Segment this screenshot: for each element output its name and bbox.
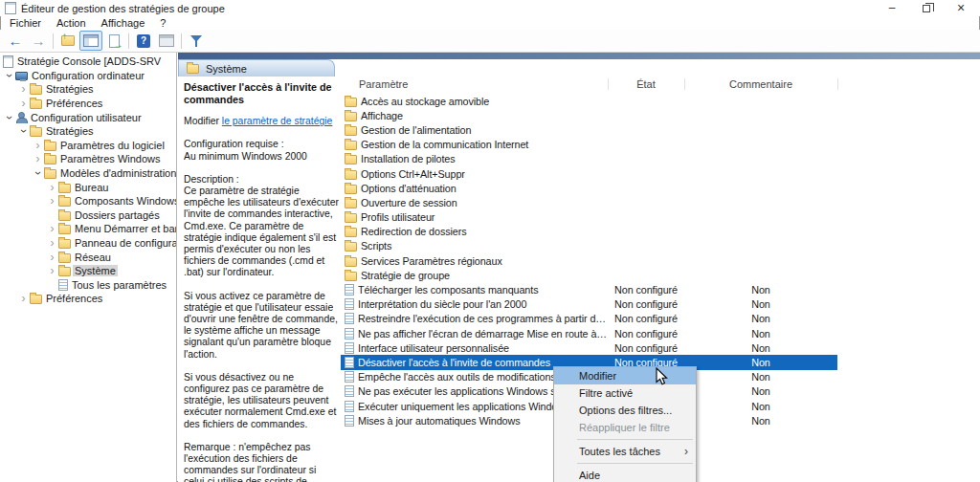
console-window-button[interactable] [155, 31, 178, 51]
tree-item-preferences[interactable]: ›Préférences [0, 97, 176, 111]
setting-state-cell: Non configuré [608, 298, 684, 310]
setting-comment-cell: Non [684, 401, 837, 412]
tree-item-systeme[interactable]: ›Système [0, 264, 176, 278]
list-row-strategie-de-groupe[interactable]: Stratégie de groupe [341, 268, 837, 282]
tree-item-configuration-ordinateur[interactable]: ›Configuration ordinateur [0, 69, 176, 83]
list-row-acces-au-stockage-amovible[interactable]: Accès au stockage amovible [341, 94, 837, 108]
tab-label: Système [206, 63, 247, 75]
minimize-button[interactable]: – [875, 0, 909, 16]
tree-item-menu-demarrer-et-barre[interactable]: ›Menu Démarrer et barre [0, 222, 176, 236]
chevron-collapsed-icon[interactable]: › [32, 153, 44, 164]
tree-item-reseau[interactable]: ›Réseau [0, 250, 176, 264]
chevron-expanded-icon[interactable]: › [18, 125, 30, 138]
list-row-restreindre-l-execution-de-ces-programmes-a-partir-de-l-aide[interactable]: Restreindre l'exécution de ces programme… [341, 312, 837, 326]
mouse-cursor [656, 367, 669, 386]
context-menu-item-aide[interactable]: Aide [554, 467, 696, 482]
tree-item-configuration-utilisateur[interactable]: ›Configuration utilisateur [0, 110, 176, 124]
list-row-options-ctrl-alt-suppr[interactable]: Options Ctrl+Alt+Suppr [341, 166, 837, 181]
context-menu-item-label: Options des filtres... [579, 405, 672, 416]
setting-state-cell: Non configuré [608, 313, 684, 324]
filter-button[interactable] [185, 31, 208, 51]
tree-item-label: Configuration utilisateur [29, 112, 144, 123]
column-header-parametre[interactable]: Paramètre [359, 78, 408, 90]
tree-item-strategies[interactable]: ›Stratégies [0, 124, 176, 139]
chevron-collapsed-icon[interactable]: › [17, 83, 30, 95]
chevron-collapsed-icon[interactable]: › [17, 293, 30, 304]
tree-item-label: Bureau [73, 182, 110, 193]
folder-icon [345, 141, 357, 150]
list-row-installation-de-pilotes[interactable]: Installation de pilotes [341, 152, 837, 166]
chevron-collapsed-icon[interactable]: › [46, 182, 58, 193]
policy-description-text: Ce paramètre de stratégie empêche les ut… [184, 186, 339, 482]
back-button[interactable]: ← [4, 31, 27, 51]
folder-icon [58, 184, 71, 193]
chevron-collapsed-icon[interactable]: › [17, 98, 30, 109]
tree-item-parametres-windows[interactable]: ›Paramètres Windows [0, 152, 176, 166]
list-row-interface-utilisateur-personnalisee[interactable]: Interface utilisateur personnaliséeNon c… [341, 340, 837, 355]
show-console-tree-button[interactable] [79, 31, 102, 51]
list-row-affichage[interactable]: Affichage [341, 108, 837, 122]
menu-help[interactable]: ? [152, 17, 173, 29]
chevron-collapsed-icon[interactable]: › [46, 252, 58, 263]
list-row-profils-utilisateur[interactable]: Profils utilisateur [341, 210, 837, 225]
column-header-etat[interactable]: État [608, 78, 684, 90]
list-row-ne-pas-afficher-l-ecran-de-demarrage-mise-en-route-a-l-ouver[interactable]: Ne pas afficher l'écran de démarrage Mis… [341, 326, 837, 340]
menu-action[interactable]: Action [49, 17, 94, 29]
tree-item-tous-les-parametres[interactable]: Tous les paramètres [0, 278, 176, 293]
folder-icon [345, 242, 357, 252]
close-button[interactable]: × [944, 0, 978, 16]
forward-icon: → [32, 33, 46, 49]
tree-item-label: Menu Démarrer et barre [73, 223, 177, 234]
chevron-collapsed-icon[interactable]: › [46, 237, 58, 249]
list-row-redirection-de-dossiers[interactable]: Redirection de dossiers [341, 225, 837, 239]
help-button[interactable]: ? [132, 31, 155, 51]
tree-item-composants-windows[interactable]: ›Composants Windows [0, 194, 176, 208]
description-paragraph: Si vous désactivez ou ne configurez pas … [184, 372, 339, 430]
setting-name-cell: Options Ctrl+Alt+Suppr [341, 168, 608, 180]
tree-item-panneau-de-configuratio[interactable]: ›Panneau de configuratio [0, 236, 176, 251]
list-row-gestion-de-la-communication-internet[interactable]: Gestion de la communication Internet [341, 138, 837, 152]
forward-button[interactable]: → [27, 31, 50, 51]
list-row-ouverture-de-session[interactable]: Ouverture de session [341, 195, 837, 209]
setting-comment-cell: Non [684, 298, 837, 310]
tree-item-modeles-d-administration[interactable]: ›Modèles d'administration : [0, 166, 176, 181]
chevron-expanded-icon[interactable]: › [4, 111, 15, 123]
list-row-scripts[interactable]: Scripts [341, 239, 837, 253]
context-menu-item-modifier[interactable]: Modifier [554, 367, 696, 384]
chevron-collapsed-icon[interactable]: › [46, 265, 58, 276]
menu-fichier[interactable]: Fichier [2, 17, 49, 29]
context-menu-item-options-des-filtres[interactable]: Options des filtres... [554, 402, 696, 419]
context-menu-item-label: Modifier [579, 370, 616, 382]
tree-item-bureau[interactable]: ›Bureau [0, 180, 176, 194]
restore-button[interactable] [909, 0, 944, 16]
tree-item-dossiers-partages[interactable]: Dossiers partagés [0, 208, 176, 223]
up-one-level-button[interactable] [56, 31, 79, 51]
context-menu-item-filtre-active[interactable]: Filtre activé [554, 384, 696, 402]
tree-item-label: Composants Windows [73, 195, 177, 207]
tree-item-preferences[interactable]: ›Préférences [0, 292, 176, 306]
context-menu-item-reappliquer-le-filtre[interactable]: Réappliquer le filtre [554, 419, 696, 436]
edit-policy-setting-link[interactable]: le paramètre de stratégie [222, 116, 333, 126]
export-list-button[interactable] [102, 31, 125, 51]
tree-item-strategie-console-adds-srv[interactable]: Stratégie Console [ADDS-SRV [0, 55, 176, 69]
chevron-expanded-icon[interactable]: › [33, 167, 44, 180]
tree-item-strategies[interactable]: ›Stratégies [0, 82, 176, 97]
chevron-collapsed-icon[interactable]: › [46, 195, 58, 207]
chevron-collapsed-icon[interactable]: › [32, 140, 44, 151]
list-row-telecharger-les-composants-manquants[interactable]: Télécharger les composants manquantsNon … [341, 282, 837, 296]
context-menu-item-toutes-les-taches[interactable]: Toutes les tâches› [554, 443, 696, 460]
list-row-interpretation-du-siecle-pour-l-an-2000[interactable]: Interprétation du siècle pour l'an 2000N… [341, 297, 837, 312]
list-row-services-parametres-regionaux[interactable]: Services Paramètres régionaux [341, 253, 837, 268]
list-row-options-d-attenuation[interactable]: Options d'atténuation [341, 181, 837, 195]
column-header-commentaire[interactable]: Commentaire [684, 78, 837, 90]
policy-setting-icon [345, 298, 354, 310]
folder-icon [30, 295, 42, 304]
chevron-expanded-icon[interactable]: › [4, 69, 15, 81]
setting-name: Affichage [361, 110, 608, 121]
setting-comment-cell: Non [684, 328, 837, 340]
chevron-collapsed-icon[interactable]: › [46, 223, 58, 234]
restore-icon [923, 5, 930, 12]
tree-item-parametres-du-logiciel[interactable]: ›Paramètres du logiciel [0, 139, 176, 153]
list-row-gestion-de-l-alimentation[interactable]: Gestion de l'alimentation [341, 122, 837, 137]
menu-affichage[interactable]: Affichage [94, 17, 153, 29]
